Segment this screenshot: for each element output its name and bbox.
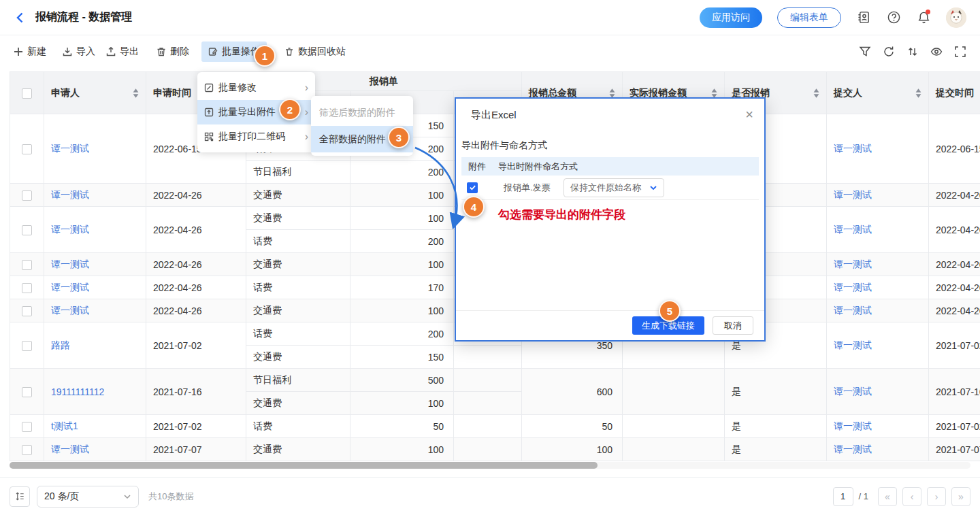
- naming-select[interactable]: 保持文件原始名称: [564, 178, 664, 197]
- submit-time-cell: 2022-04-26: [929, 299, 980, 322]
- next-page-button[interactable]: ›: [927, 487, 946, 506]
- edit-form-button[interactable]: 编辑表单: [777, 7, 841, 28]
- sort-caret-icon[interactable]: [813, 88, 819, 98]
- menu-item-0[interactable]: 批量修改›: [197, 76, 315, 100]
- actual-amount-cell: [623, 438, 725, 461]
- row-checkbox[interactable]: [22, 306, 32, 316]
- batch-edit-icon: [208, 47, 218, 56]
- apply-time-cell: 2021-07-02: [146, 322, 246, 369]
- column-header-applicant[interactable]: 申请人: [44, 72, 146, 114]
- row-checkbox[interactable]: [22, 387, 32, 397]
- sort-icon[interactable]: [906, 46, 919, 58]
- import-button[interactable]: 导入: [63, 46, 95, 58]
- applicant-link[interactable]: 路路: [44, 322, 146, 369]
- row-checkbox[interactable]: [22, 422, 32, 432]
- submitter-link[interactable]: 谭一测试: [827, 184, 929, 207]
- back-icon[interactable]: [14, 11, 27, 24]
- submit-time-cell: 2021-07-02: [929, 415, 980, 438]
- sort-caret-icon[interactable]: [711, 88, 717, 98]
- row-checkbox[interactable]: [22, 283, 32, 293]
- column-visibility-icon[interactable]: [930, 46, 943, 58]
- row-checkbox[interactable]: [22, 445, 32, 455]
- chevron-right-icon: ›: [305, 82, 308, 94]
- applicant-link[interactable]: 谭一测试: [44, 253, 146, 276]
- last-page-button[interactable]: »: [951, 487, 970, 506]
- submitter-link[interactable]: 谭一测试: [827, 207, 929, 253]
- table-row: 191111111122021-07-16节日福利500600是谭一测试2021…: [10, 369, 980, 392]
- submenu-item-0[interactable]: 筛选后数据的附件: [311, 99, 413, 126]
- row-select-cell: [10, 276, 44, 299]
- submitter-link[interactable]: 谭一测试: [827, 299, 929, 322]
- export-button[interactable]: 导出: [106, 46, 139, 58]
- expense-amount-cell: 100: [350, 299, 454, 322]
- total-amount-cell: 600: [522, 369, 623, 415]
- notification-bell-icon[interactable]: [916, 10, 931, 25]
- applicant-link[interactable]: 谭一测试: [44, 438, 146, 461]
- plus-icon: [14, 47, 23, 56]
- submitter-link[interactable]: 谭一测试: [827, 253, 929, 276]
- current-page-input[interactable]: 1: [833, 487, 853, 506]
- fullscreen-icon[interactable]: [954, 46, 966, 58]
- row-checkbox[interactable]: [22, 341, 32, 351]
- sort-caret-icon[interactable]: [609, 88, 615, 98]
- modal-title: 导出Excel: [456, 99, 764, 122]
- help-icon[interactable]: [886, 10, 901, 25]
- pager: 1 / 1 « ‹ › »: [833, 487, 970, 506]
- row-checkbox[interactable]: [22, 225, 32, 235]
- refresh-icon[interactable]: [883, 46, 895, 58]
- select-all-checkbox[interactable]: [22, 88, 32, 99]
- expense-type-cell: 话费: [246, 415, 350, 438]
- export-excel-modal: 导出Excel × 导出附件与命名方式 附件 导出时附件命名方式 报销单.发票 …: [455, 97, 766, 342]
- contacts-icon[interactable]: [856, 10, 871, 25]
- chevron-right-icon: ›: [305, 106, 308, 118]
- applicant-link[interactable]: 谭一测试: [44, 184, 146, 207]
- applicant-link[interactable]: 谭一测试: [44, 276, 146, 299]
- sort-caret-icon[interactable]: [133, 88, 139, 98]
- row-checkbox[interactable]: [22, 260, 32, 270]
- row-select-cell: [10, 415, 44, 438]
- page-title: 报销流程 - 数据管理: [35, 10, 132, 24]
- recycle-bin-button[interactable]: 数据回收站: [284, 46, 346, 58]
- submitter-link[interactable]: 谭一测试: [827, 369, 929, 415]
- expense-type-cell: 交通费: [246, 438, 350, 461]
- horizontal-scrollbar-thumb[interactable]: [10, 462, 598, 469]
- applicant-link[interactable]: 19111111112: [44, 369, 146, 415]
- submitter-link[interactable]: 谭一测试: [827, 276, 929, 299]
- filter-icon[interactable]: [859, 46, 871, 58]
- row-checkbox[interactable]: [22, 144, 32, 154]
- page-size-select[interactable]: 20 条/页: [37, 486, 139, 508]
- table-row: 谭一测试2021-07-07交通费100100是谭一测试2021-07-07: [10, 438, 980, 461]
- row-select-cell: [10, 438, 44, 461]
- submitter-link[interactable]: 谭一测试: [827, 415, 929, 438]
- modal-footer: 生成下载链接 取消: [456, 310, 764, 340]
- column-header-submit-time[interactable]: 提交时间: [929, 72, 980, 114]
- applicant-link[interactable]: 谭一测试: [44, 299, 146, 322]
- submitter-link[interactable]: 谭一测试: [827, 322, 929, 369]
- app-access-button[interactable]: 应用访问: [700, 7, 762, 28]
- applicant-link[interactable]: t测试1: [44, 415, 146, 438]
- step-badge-4: 4: [463, 196, 485, 218]
- invoice-cell: [454, 438, 522, 461]
- user-avatar[interactable]: [946, 7, 966, 28]
- new-button[interactable]: 新建: [14, 46, 46, 58]
- first-page-button[interactable]: «: [878, 487, 897, 506]
- row-select-cell: [10, 184, 44, 207]
- close-icon[interactable]: ×: [745, 107, 753, 121]
- expense-amount-cell: 170: [350, 276, 454, 299]
- row-height-button[interactable]: [10, 486, 30, 507]
- invoice-cell: [454, 415, 522, 438]
- applicant-link[interactable]: 谭一测试: [44, 207, 146, 253]
- attachment-checkbox[interactable]: [467, 182, 478, 193]
- applicant-link[interactable]: 谭一测试: [44, 114, 146, 184]
- cancel-button[interactable]: 取消: [713, 316, 753, 335]
- column-header-submitter[interactable]: 提交人: [827, 72, 929, 114]
- menu-item-2[interactable]: 批量打印二维码›: [197, 124, 315, 149]
- submitter-link[interactable]: 谭一测试: [827, 114, 929, 184]
- delete-button[interactable]: 删除: [157, 46, 189, 58]
- prev-page-button[interactable]: ‹: [902, 487, 921, 506]
- sort-caret-icon[interactable]: [915, 88, 921, 98]
- submitter-link[interactable]: 谭一测试: [827, 438, 929, 461]
- actual-amount-cell: [623, 415, 725, 438]
- reimbursed-cell: 是: [725, 415, 827, 438]
- row-checkbox[interactable]: [22, 190, 32, 201]
